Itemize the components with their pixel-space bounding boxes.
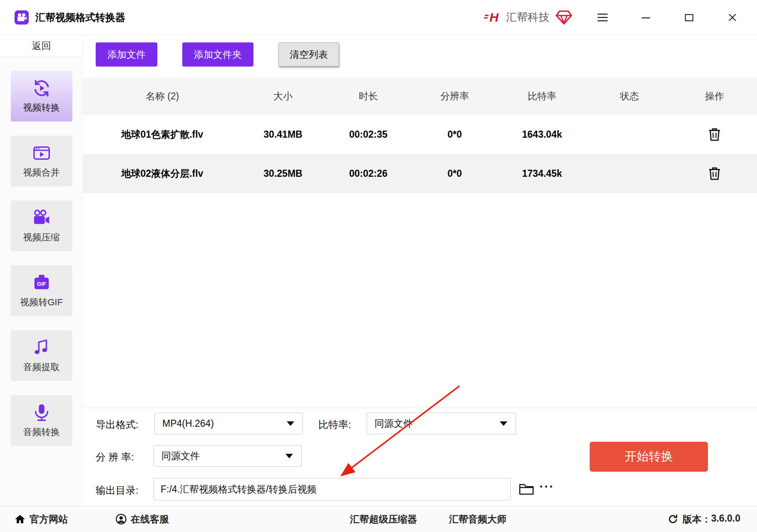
- titlebar: 汇帮视频格式转换器 H 汇帮科技: [0, 0, 757, 35]
- file-name: 地球01色素扩散.flv: [83, 128, 241, 141]
- sidebar-item-label: 音频提取: [23, 361, 60, 374]
- output-dir-input[interactable]: [154, 478, 511, 500]
- resolution-value: 同源文件: [161, 450, 200, 463]
- audio-extract-icon: [32, 338, 51, 357]
- bitrate-value: 同源文件: [375, 417, 413, 430]
- col-header-name: 名称 (2): [83, 90, 241, 103]
- version-value: 3.6.0.0: [711, 513, 740, 526]
- brand-name: 汇帮科技: [506, 10, 549, 25]
- chevron-down-icon: [287, 421, 294, 426]
- folder-icon: [519, 483, 534, 495]
- audio-convert-icon: [32, 403, 51, 422]
- online-support-label: 在线客服: [131, 513, 169, 526]
- brand-logo-icon: H: [484, 9, 500, 26]
- file-name: 地球02液体分层.flv: [83, 167, 241, 180]
- sidebar-item-label: 视频压缩: [23, 231, 60, 244]
- export-format-value: MP4(H.264): [162, 418, 214, 429]
- audio-master-link[interactable]: 汇帮音频大师: [449, 506, 506, 532]
- sidebar: 返回 视频转换 视频合并 视频压缩: [0, 35, 83, 506]
- bitrate-label: 比特率:: [318, 418, 351, 431]
- col-header-action: 操作: [672, 90, 757, 103]
- video-compress-icon: [32, 208, 51, 228]
- app-icon: [15, 10, 29, 25]
- video-merge-icon: [32, 144, 51, 163]
- file-duration: 00:02:35: [325, 129, 412, 140]
- col-header-duration: 时长: [325, 90, 412, 103]
- online-support-link[interactable]: 在线客服: [116, 506, 169, 532]
- sidebar-item-audio-convert[interactable]: 音频转换: [11, 395, 72, 446]
- official-site-label: 官方网站: [30, 513, 68, 526]
- sidebar-item-audio-extract[interactable]: 音频提取: [11, 330, 72, 381]
- close-button[interactable]: [727, 12, 738, 23]
- file-resolution: 0*0: [412, 168, 497, 179]
- chevron-down-icon: [500, 421, 507, 426]
- close-icon: [727, 12, 737, 22]
- sidebar-item-label: 视频合并: [23, 166, 60, 179]
- delete-file-button[interactable]: [708, 128, 721, 141]
- back-button[interactable]: 返回: [0, 35, 83, 57]
- add-folder-button[interactable]: 添加文件夹: [182, 42, 253, 67]
- file-bitrate: 1734.45k: [497, 168, 587, 179]
- table-row[interactable]: 地球02液体分层.flv 30.25MB 00:02:26 0*0 1734.4…: [83, 154, 757, 193]
- folder-browse-button[interactable]: [519, 483, 534, 497]
- sidebar-item-label: 视频转换: [23, 101, 60, 114]
- window-controls: [597, 12, 757, 23]
- sidebar-item-video-compress[interactable]: 视频压缩: [11, 200, 72, 251]
- file-bitrate: 1643.04k: [497, 129, 587, 140]
- resolution-label: 分 辨 率:: [96, 450, 134, 464]
- svg-text:GIF: GIF: [37, 281, 46, 287]
- official-site-link[interactable]: 官方网站: [15, 506, 68, 532]
- file-resolution: 0*0: [412, 129, 497, 140]
- audio-master-label: 汇帮音频大师: [449, 513, 506, 526]
- vip-gem-icon[interactable]: [555, 10, 573, 25]
- main-panel: 添加文件 添加文件夹 清空列表 名称 (2) 大小 时长 分辨率 比特率 状态 …: [83, 35, 757, 506]
- minimize-icon: [641, 12, 651, 22]
- hamburger-icon: [597, 13, 608, 22]
- delete-file-button[interactable]: [708, 167, 721, 180]
- home-icon: [15, 514, 25, 524]
- refresh-icon: [668, 514, 678, 525]
- super-compressor-label: 汇帮超级压缩器: [350, 513, 417, 526]
- clear-list-button[interactable]: 清空列表: [278, 42, 339, 67]
- svg-text:H: H: [489, 10, 499, 24]
- version-text: 版本： 3.6.0.0: [683, 513, 740, 526]
- col-header-status: 状态: [587, 90, 672, 103]
- sidebar-item-video-convert[interactable]: 视频转换: [11, 71, 72, 121]
- output-dir-label: 输出目录:: [96, 484, 139, 497]
- file-duration: 00:02:26: [325, 168, 412, 179]
- toolbar: 添加文件 添加文件夹 清空列表: [96, 42, 339, 67]
- minimize-button[interactable]: [640, 12, 652, 23]
- video-convert-icon: [32, 79, 51, 98]
- add-file-button[interactable]: 添加文件: [96, 42, 157, 67]
- file-size: 30.41MB: [241, 129, 325, 140]
- bitrate-select[interactable]: 同源文件: [367, 413, 516, 434]
- table-row[interactable]: 地球01色素扩散.flv 30.41MB 00:02:35 0*0 1643.0…: [83, 115, 757, 154]
- super-compressor-link[interactable]: 汇帮超级压缩器: [350, 506, 417, 532]
- sidebar-item-label: 音频转换: [23, 426, 60, 438]
- app-title: 汇帮视频格式转换器: [35, 11, 125, 24]
- person-icon: [116, 514, 127, 525]
- resolution-select[interactable]: 同源文件: [154, 445, 302, 467]
- export-format-label: 导出格式:: [96, 418, 139, 431]
- menu-button[interactable]: [597, 12, 608, 23]
- table-header: 名称 (2) 大小 时长 分辨率 比特率 状态 操作: [83, 77, 757, 115]
- brand: H 汇帮科技: [484, 9, 573, 26]
- settings-panel: 导出格式: MP4(H.264) 比特率: 同源文件 分 辨 率: 同源文件 开…: [83, 408, 757, 506]
- sidebar-item-video-merge[interactable]: 视频合并: [11, 136, 72, 186]
- maximize-icon: [684, 12, 694, 22]
- statusbar: 官方网站 在线客服 汇帮超级压缩器 汇帮音频大师 版本： 3.6.0.0: [0, 506, 757, 532]
- start-convert-button[interactable]: 开始转换: [590, 442, 708, 472]
- chevron-down-icon: [285, 454, 293, 458]
- sidebar-item-video-to-gif[interactable]: GIF 视频转GIF: [11, 265, 72, 316]
- video-to-gif-icon: GIF: [32, 273, 51, 292]
- version-info[interactable]: 版本： 3.6.0.0: [668, 506, 740, 532]
- sidebar-item-label: 视频转GIF: [20, 296, 63, 309]
- col-header-resolution: 分辨率: [412, 90, 497, 103]
- col-header-bitrate: 比特率: [497, 90, 587, 103]
- version-label: 版本：: [683, 513, 711, 526]
- maximize-button[interactable]: [683, 12, 695, 23]
- file-size: 30.25MB: [241, 168, 325, 179]
- more-options-button[interactable]: ···: [539, 480, 554, 494]
- trash-icon: [708, 128, 721, 141]
- export-format-select[interactable]: MP4(H.264): [154, 413, 303, 434]
